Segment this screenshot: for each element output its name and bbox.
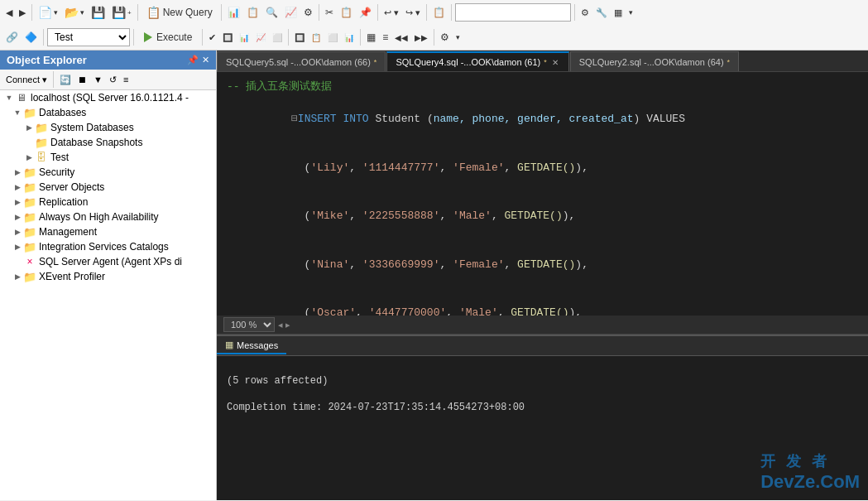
comma10: ,	[356, 306, 369, 316]
tb-icon2[interactable]: 📋	[244, 5, 261, 20]
tb2-f[interactable]: 📋	[309, 31, 324, 44]
tab-sqlquery4[interactable]: SQLQuery4.sql -...OOK\damon (61) * ✕	[386, 51, 568, 71]
oe-pin-btn[interactable]: 📌	[187, 55, 199, 65]
tb-icon5[interactable]: ⚙	[301, 5, 315, 20]
oe-refresh2-btn[interactable]: ↺	[107, 73, 119, 87]
expander-databases[interactable]: ▼	[12, 107, 23, 118]
sep5	[377, 4, 378, 21]
expander-system-dbs[interactable]: ▶	[23, 122, 35, 133]
security-label: Security	[39, 166, 74, 178]
tb2-icon2[interactable]: 🔷	[22, 30, 40, 45]
tab-sqlquery2[interactable]: SQLQuery2.sql -...OOK\damon (64) *	[570, 51, 739, 71]
expander-management[interactable]: ▶	[12, 226, 23, 238]
sep11	[202, 29, 203, 46]
expander-sql-agent[interactable]	[12, 256, 23, 267]
new-file-btn[interactable]: 📄 ▾	[36, 4, 60, 21]
expander-always-on[interactable]: ▶	[12, 211, 23, 223]
tb2-n[interactable]: ▾	[453, 31, 463, 43]
tree-item-replication[interactable]: ▶ 📁 Replication	[0, 195, 216, 210]
expander-integration[interactable]: ▶	[12, 241, 23, 253]
tree-item-databases[interactable]: ▼ 📁 Databases	[0, 105, 216, 120]
tb-more1[interactable]: 📋	[430, 5, 448, 20]
sep6	[426, 4, 427, 21]
comma5: ,	[439, 210, 453, 222]
execute-label: Execute	[156, 31, 192, 43]
tb-icon3[interactable]: 🔍	[263, 5, 281, 20]
oe-refresh-btn[interactable]: 🔄	[57, 73, 74, 87]
tb2-k[interactable]: ◀◀	[392, 31, 410, 44]
oe-header: Object Explorer 📌 ✕	[0, 51, 216, 70]
new-query-btn[interactable]: 📋 New Query	[141, 4, 218, 21]
paste-btn[interactable]: 📌	[357, 5, 374, 20]
tb2-i[interactable]: ▦	[364, 30, 378, 45]
server-objects-label: Server Objects	[39, 181, 104, 193]
tb2-d[interactable]: ⬜	[270, 31, 285, 44]
expander-server-objects[interactable]: ▶	[12, 181, 23, 193]
tb2-e[interactable]: 🔲	[292, 31, 307, 44]
database-dropdown[interactable]: Test master tempdb	[47, 28, 130, 46]
tree-item-server[interactable]: ▼ 🖥 localhost (SQL Server 16.0.1121.4 -	[0, 90, 216, 105]
oe-stop-btn[interactable]: ⏹	[75, 73, 89, 86]
tree-item-test-db[interactable]: ▶ 🗄 Test	[0, 150, 216, 165]
tree-item-server-objects[interactable]: ▶ 📁 Server Objects	[0, 180, 216, 195]
check-btn[interactable]: ✔	[206, 31, 218, 45]
tb-icon4[interactable]: 📈	[282, 5, 300, 20]
expander-replication[interactable]: ▶	[12, 196, 23, 208]
expander-server[interactable]: ▼	[3, 92, 15, 104]
tree-item-integration[interactable]: ▶ 📁 Integration Services Catalogs	[0, 239, 216, 254]
oe-connect-btn[interactable]: Connect ▾	[3, 73, 50, 87]
xevent-label: XEvent Profiler	[39, 271, 105, 282]
cut-btn[interactable]: ✂	[323, 5, 336, 20]
redo-btn[interactable]: ↪ ▾	[403, 6, 423, 20]
tree-item-db-snapshots[interactable]: 📁 Database Snapshots	[0, 135, 216, 150]
db-snapshots-label: Database Snapshots	[50, 137, 142, 148]
oe-filter-btn[interactable]: ▼	[91, 73, 105, 86]
tree-item-always-on[interactable]: ▶ 📁 Always On High Availability	[0, 210, 216, 224]
copy-btn[interactable]: 📋	[338, 5, 355, 20]
tab-sqlquery4-close[interactable]: ✕	[550, 58, 560, 67]
tree-item-xevent[interactable]: ▶ 📁 XEvent Profiler	[0, 269, 216, 284]
tb2-m[interactable]: ⚙	[438, 30, 452, 45]
tree-item-system-dbs[interactable]: ▶ 📁 System Databases	[0, 120, 216, 135]
comma7: ,	[349, 258, 362, 271]
tb2-icon1[interactable]: 🔗	[3, 30, 21, 45]
editor-content[interactable]: -- 插入五条测试数据 ⊟INSERT INTO Student (name, …	[217, 72, 868, 316]
table-name: Student (	[375, 113, 433, 125]
tree-item-sql-agent[interactable]: × SQL Server Agent (Agent XPs di	[0, 254, 216, 269]
comma4: ,	[349, 210, 362, 222]
tree-item-security[interactable]: ▶ 📁 Security	[0, 165, 216, 180]
tb2-g[interactable]: ⬜	[325, 31, 340, 44]
tb-more2[interactable]: ▦	[611, 6, 625, 20]
results-tab-messages[interactable]: ▦ Messages	[217, 337, 286, 354]
open-btn[interactable]: 📂 ▾	[62, 4, 87, 21]
tb2-h[interactable]: 📊	[342, 31, 357, 44]
save-all-btn[interactable]: 💾+	[109, 4, 134, 21]
expander-xevent[interactable]: ▶	[12, 271, 23, 282]
expander-security[interactable]: ▶	[12, 166, 23, 178]
undo-btn[interactable]: ↩ ▾	[381, 6, 401, 20]
tree-item-management[interactable]: ▶ 📁 Management	[0, 224, 216, 239]
zoom-select[interactable]: 100 % 75 % 125 % 150 %	[223, 317, 275, 332]
save-btn[interactable]: 💾	[89, 4, 108, 21]
oe-options-btn[interactable]: ≡	[121, 73, 131, 86]
execute-btn[interactable]: Execute	[137, 30, 199, 45]
tb2-j[interactable]: ≡	[380, 30, 391, 45]
folder-snapshots-icon: 📁	[35, 136, 48, 149]
tb-icon1[interactable]: 📊	[225, 5, 242, 20]
tab-sqlquery5[interactable]: SQLQuery5.sql -...OOK\damon (66) *	[217, 51, 386, 71]
tb2-c[interactable]: 📈	[253, 31, 268, 44]
tb2-a[interactable]: 🔲	[220, 31, 235, 44]
tb2-l[interactable]: ▶▶	[412, 31, 430, 44]
expander-db-snapshots[interactable]	[23, 137, 35, 148]
sep14	[434, 29, 434, 46]
code-insert-bracket: ⊟INSERT INTO Student (name, phone, gende…	[227, 95, 858, 144]
expander-test-db[interactable]: ▶	[23, 152, 35, 163]
settings-btn[interactable]: ⚙	[578, 6, 592, 20]
tb2-b[interactable]: 📊	[237, 31, 252, 44]
oe-close-btn[interactable]: ✕	[202, 55, 209, 65]
search-input[interactable]	[455, 3, 571, 22]
tools-btn[interactable]: 🔧	[593, 6, 610, 20]
tb-more3[interactable]: ▾	[626, 7, 635, 18]
forward-btn[interactable]: ▶	[17, 6, 28, 20]
back-btn[interactable]: ◀	[3, 6, 15, 20]
